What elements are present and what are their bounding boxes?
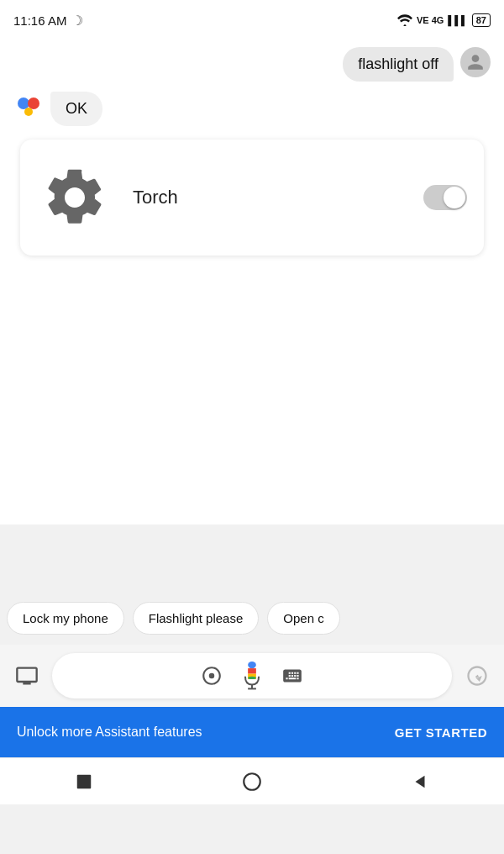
svg-rect-10 (77, 774, 92, 788)
status-bar: 11:16 AM ☽ VE 4G ▌▌▌ 87 (0, 0, 504, 37)
suggestion-lock-phone[interactable]: Lock my phone (7, 602, 124, 635)
unlock-banner: Unlock more Assistant features GET START… (0, 707, 504, 757)
nav-bar (0, 757, 504, 804)
mic-icon (239, 662, 265, 690)
tv-icon-button[interactable] (7, 656, 47, 696)
status-icons: VE 4G ▌▌▌ 87 (397, 13, 491, 27)
torch-card: Torch (20, 140, 484, 256)
home-circle-icon (241, 771, 263, 793)
bars-icon: ▌▌▌ (448, 15, 467, 25)
user-message-row: flashlight off (13, 47, 491, 82)
avatar-icon (466, 53, 485, 71)
nav-home-button[interactable] (232, 762, 272, 802)
get-started-button[interactable]: GET STARTED (395, 725, 487, 740)
lens-icon (201, 665, 223, 687)
battery-text: 87 (472, 13, 491, 27)
nav-back-button[interactable] (400, 762, 440, 802)
svg-point-1 (28, 98, 39, 109)
svg-point-11 (244, 773, 260, 790)
assistant-reply-text: OK (66, 100, 87, 117)
signal-text: VE 4G (417, 15, 444, 25)
svg-rect-7 (248, 677, 256, 679)
svg-rect-5 (248, 668, 256, 673)
status-time: 11:16 AM ☽ (13, 13, 83, 29)
keyboard-button[interactable] (277, 661, 307, 691)
svg-rect-4 (248, 662, 256, 668)
back-icon (411, 772, 429, 791)
moon-icon: ☽ (71, 13, 83, 29)
stop-icon (75, 772, 93, 791)
assistant-ok-bubble: OK (50, 92, 102, 126)
svg-marker-12 (416, 775, 425, 788)
svg-point-0 (18, 98, 29, 109)
nav-stop-button[interactable] (64, 762, 104, 802)
unlock-text: Unlock more Assistant features (17, 725, 202, 740)
toggle-knob (444, 187, 465, 208)
gray-spacer (0, 525, 504, 592)
time-text: 11:16 AM (13, 13, 66, 28)
torch-icon (37, 160, 113, 235)
torch-label: Torch (133, 187, 403, 208)
user-message-text: flashlight off (358, 55, 438, 72)
lens-button[interactable] (197, 661, 227, 691)
torch-toggle[interactable] (423, 185, 467, 210)
tv-icon (15, 664, 39, 688)
mic-group (52, 653, 452, 698)
avatar (460, 47, 491, 77)
chat-area: flashlight off OK (0, 37, 504, 525)
compass-icon (465, 664, 489, 688)
suggestions-area: Lock my phone Flashlight please Open c (0, 592, 504, 645)
suggestion-open[interactable]: Open c (267, 602, 339, 635)
compass-button[interactable] (457, 656, 497, 696)
keyboard-icon (281, 665, 303, 687)
svg-point-3 (209, 673, 215, 679)
user-bubble: flashlight off (343, 47, 454, 82)
assistant-row: OK (13, 92, 491, 126)
bottom-toolbar (0, 645, 504, 707)
suggestion-flashlight[interactable]: Flashlight please (133, 602, 260, 635)
svg-point-2 (24, 108, 33, 116)
mic-button[interactable] (237, 661, 267, 691)
wifi-icon (397, 14, 412, 26)
google-assistant-logo (13, 92, 44, 122)
